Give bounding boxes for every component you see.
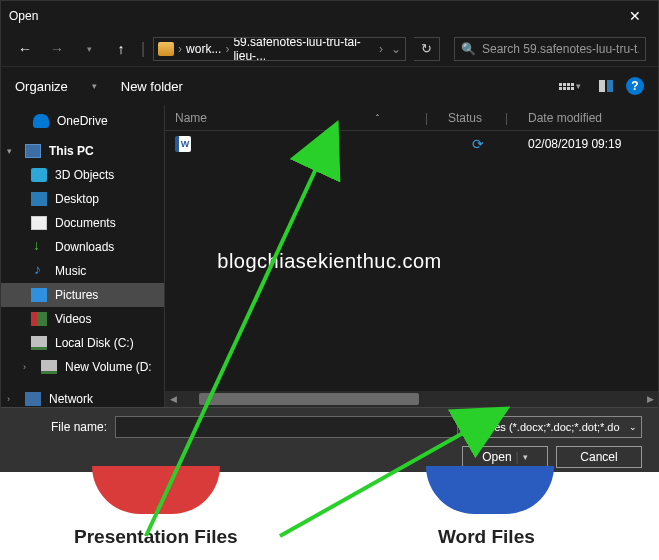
sidebar-item-label: Desktop	[55, 192, 99, 206]
sidebar-item-label: Music	[55, 264, 86, 278]
red-circle	[92, 466, 220, 514]
sidebar-item-downloads[interactable]: Downloads	[1, 235, 164, 259]
separator: |	[141, 40, 145, 58]
file-name-cell: W	[165, 136, 438, 152]
column-date[interactable]: Date modified	[518, 111, 658, 125]
filename-row: File name: All files (*.docx;*.doc;*.dot…	[17, 416, 642, 438]
breadcrumb[interactable]: › work... › 59.safenotes-luu-tru-tai-lie…	[153, 37, 406, 61]
blue-circle	[426, 466, 554, 514]
search-placeholder: Search 59.safenotes-luu-tru-t...	[482, 42, 639, 56]
button-row: Open|▾ Cancel	[17, 446, 642, 468]
view-mode-button[interactable]: ▾	[554, 78, 586, 94]
titlebar: Open ✕	[1, 1, 658, 31]
nav-up-icon[interactable]: ↑	[109, 37, 133, 61]
scroll-right-icon[interactable]: ▶	[642, 391, 658, 407]
sidebar-item-thispc[interactable]: ▾This PC	[1, 139, 164, 163]
search-input[interactable]: 🔍 Search 59.safenotes-luu-tru-t...	[454, 37, 646, 61]
close-icon[interactable]: ✕	[612, 1, 658, 31]
breadcrumb-seg[interactable]: 59.safenotes-luu-tru-tai-lieu-...	[233, 37, 375, 61]
organize-button[interactable]: Organize	[15, 79, 68, 94]
sidebar-item-network[interactable]: ›Network	[1, 387, 164, 407]
sidebar-item-localdisk[interactable]: Local Disk (C:)	[1, 331, 164, 355]
sidebar-item-newvolume[interactable]: ›New Volume (D:	[1, 355, 164, 379]
sync-icon: ⟳	[472, 136, 484, 152]
scroll-left-icon[interactable]: ◀	[165, 391, 181, 407]
sidebar-item-label: Pictures	[55, 288, 98, 302]
documents-icon	[31, 216, 47, 230]
horizontal-scrollbar[interactable]: ◀ ▶	[165, 391, 658, 407]
3d-icon	[31, 168, 47, 182]
file-status-cell: ⟳	[438, 136, 518, 152]
sidebar-item-label: This PC	[49, 144, 94, 158]
open-dialog: Open ✕ ← → ▾ ↑ | › work... › 59.safenote…	[0, 0, 659, 472]
help-icon[interactable]: ?	[626, 77, 644, 95]
sidebar-item-label: Documents	[55, 216, 116, 230]
footer-label-word: Word Files	[438, 526, 535, 548]
chevron-right-icon: ›	[379, 42, 383, 56]
nav-history-icon[interactable]: ▾	[77, 37, 101, 61]
sidebar-item-3dobjects[interactable]: 3D Objects	[1, 163, 164, 187]
music-icon	[31, 264, 47, 278]
sidebar-item-label: OneDrive	[57, 114, 108, 128]
pc-icon	[25, 144, 41, 158]
file-row[interactable]: W ⟳ 02/08/2019 09:19	[165, 131, 658, 157]
column-name[interactable]: Nameˆ|	[165, 111, 438, 125]
toolbar: Organize ▾ New folder ▾ ?	[1, 67, 658, 105]
sidebar-item-label: Downloads	[55, 240, 114, 254]
sort-indicator-icon: ˆ	[376, 113, 379, 123]
sidebar-item-label: New Volume (D:	[65, 360, 152, 374]
sidebar-item-onedrive[interactable]: OneDrive	[1, 109, 164, 133]
chevron-right-icon: ›	[178, 42, 182, 56]
chevron-down-icon[interactable]: ⌄	[391, 42, 401, 56]
chevron-down-icon[interactable]: ▾	[92, 81, 97, 91]
column-status[interactable]: Status|	[438, 111, 518, 125]
filename-label: File name:	[17, 420, 107, 434]
grid-icon	[559, 83, 574, 90]
refresh-icon[interactable]: ↻	[414, 37, 440, 61]
videos-icon	[31, 312, 47, 326]
desktop-icon	[31, 192, 47, 206]
new-folder-button[interactable]: New folder	[121, 79, 183, 94]
open-button[interactable]: Open|▾	[462, 446, 548, 468]
search-icon: 🔍	[461, 42, 476, 56]
breadcrumb-seg[interactable]: work...	[186, 42, 221, 56]
dialog-body: OneDrive ▾This PC 3D Objects Desktop Doc…	[1, 105, 658, 407]
disk-icon	[31, 336, 47, 350]
chevron-right-icon: ›	[225, 42, 229, 56]
sidebar-item-pictures[interactable]: Pictures	[1, 283, 164, 307]
disk-icon	[41, 360, 57, 374]
scrollbar-thumb[interactable]	[199, 393, 419, 405]
chevron-down-icon: ⌄	[629, 422, 637, 432]
sidebar: OneDrive ▾This PC 3D Objects Desktop Doc…	[1, 105, 165, 407]
folder-icon	[158, 42, 174, 56]
cancel-button[interactable]: Cancel	[556, 446, 642, 468]
nav-forward-icon[interactable]: →	[45, 37, 69, 61]
dialog-title: Open	[9, 9, 38, 23]
cloud-icon	[33, 114, 49, 128]
sidebar-item-documents[interactable]: Documents	[1, 211, 164, 235]
navbar: ← → ▾ ↑ | › work... › 59.safenotes-luu-t…	[1, 31, 658, 67]
sidebar-item-label: Local Disk (C:)	[55, 336, 134, 350]
sidebar-item-music[interactable]: Music	[1, 259, 164, 283]
file-list: Nameˆ| Status| Date modified W ⟳ 02/08/2…	[165, 105, 658, 407]
network-icon	[25, 392, 41, 406]
view-controls: ▾ ?	[554, 77, 644, 95]
dialog-bottom: File name: All files (*.docx;*.doc;*.dot…	[1, 407, 658, 471]
nav-back-icon[interactable]: ←	[13, 37, 37, 61]
column-headers: Nameˆ| Status| Date modified	[165, 105, 658, 131]
chevron-down-icon: ▾	[523, 452, 528, 462]
sidebar-item-label: Videos	[55, 312, 91, 326]
filetype-dropdown[interactable]: All files (*.docx;*.doc;*.dot;*.do⌄	[466, 416, 642, 438]
filename-input[interactable]	[115, 416, 458, 438]
sidebar-item-label: 3D Objects	[55, 168, 114, 182]
footer-label-presentation: Presentation Files	[74, 526, 238, 548]
preview-pane-button[interactable]	[594, 77, 618, 95]
sidebar-item-videos[interactable]: Videos	[1, 307, 164, 331]
sidebar-item-desktop[interactable]: Desktop	[1, 187, 164, 211]
pictures-icon	[31, 288, 47, 302]
sidebar-item-label: Network	[49, 392, 93, 406]
file-date-cell: 02/08/2019 09:19	[518, 137, 658, 151]
downloads-icon	[31, 240, 47, 254]
word-doc-icon: W	[175, 136, 191, 152]
